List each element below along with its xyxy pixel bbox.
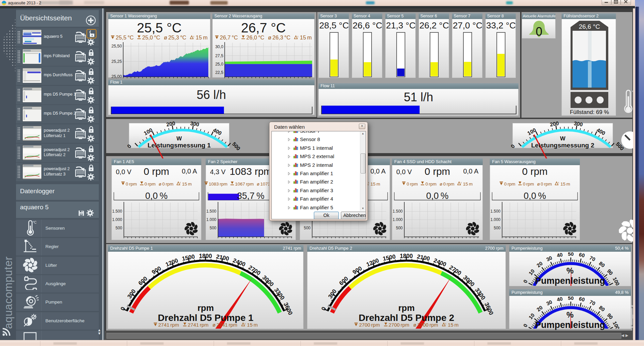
svg-text:1.500: 1.500 — [393, 209, 403, 214]
svg-text:200: 200 — [550, 120, 559, 127]
svg-text:60: 60 — [579, 296, 586, 303]
svg-text:100: 100 — [526, 127, 537, 136]
svg-text:t: t — [245, 322, 246, 325]
svg-text:40: 40 — [556, 252, 563, 258]
svg-text:600: 600 — [338, 275, 350, 287]
svg-text:30: 30 — [545, 299, 553, 307]
svg-text:300: 300 — [327, 288, 338, 300]
svg-text:22,5: 22,5 — [215, 70, 223, 75]
svg-text:50: 50 — [568, 295, 574, 301]
svg-text:50: 50 — [568, 251, 574, 257]
svg-text:0: 0 — [535, 25, 542, 38]
svg-text:400: 400 — [596, 127, 606, 136]
svg-text:500: 500 — [116, 226, 122, 230]
svg-text:27,5: 27,5 — [215, 53, 223, 58]
svg-text:1.000: 1.000 — [206, 217, 216, 222]
svg-text:500: 500 — [396, 226, 403, 230]
svg-text:500: 500 — [494, 226, 500, 230]
svg-text:1.500: 1.500 — [490, 209, 500, 214]
svg-text:1.000: 1.000 — [393, 217, 403, 222]
svg-text:3000: 3000 — [462, 274, 476, 288]
svg-text:500: 500 — [210, 226, 216, 230]
svg-text:1.500: 1.500 — [112, 209, 122, 214]
svg-text:200: 200 — [166, 120, 176, 127]
svg-text:100: 100 — [143, 127, 154, 136]
svg-text:1.000: 1.000 — [490, 217, 500, 222]
svg-text:70: 70 — [589, 299, 596, 307]
svg-text:25,00: 25,00 — [112, 74, 122, 79]
svg-text:°C: °C — [33, 221, 36, 224]
svg-text:25,50: 25,50 — [112, 44, 122, 48]
svg-text:300: 300 — [190, 120, 200, 127]
svg-text:1800: 1800 — [400, 253, 413, 259]
svg-text:30,0: 30,0 — [215, 44, 223, 49]
svg-text:1.500: 1.500 — [206, 209, 216, 214]
svg-text:300: 300 — [574, 120, 583, 127]
svg-text:26,6 °C: 26,6 °C — [579, 23, 600, 30]
svg-text:1800: 1800 — [199, 253, 212, 259]
svg-text:600: 600 — [137, 275, 149, 287]
svg-text:30: 30 — [545, 255, 553, 262]
svg-text:40: 40 — [556, 296, 563, 303]
svg-text:t: t — [446, 322, 447, 325]
svg-text:400: 400 — [212, 127, 223, 136]
svg-text:25,0: 25,0 — [215, 62, 223, 67]
svg-text:1.000: 1.000 — [112, 217, 122, 222]
svg-text:Füllstand: 69 %: Füllstand: 69 % — [570, 109, 609, 115]
svg-text:500: 500 — [304, 226, 310, 230]
svg-text:°: ° — [632, 90, 633, 95]
svg-text:70: 70 — [589, 255, 596, 262]
svg-text:60: 60 — [579, 252, 586, 258]
svg-text:3000: 3000 — [261, 274, 275, 288]
svg-text:25,25: 25,25 — [112, 59, 122, 64]
svg-text:300: 300 — [126, 288, 137, 300]
